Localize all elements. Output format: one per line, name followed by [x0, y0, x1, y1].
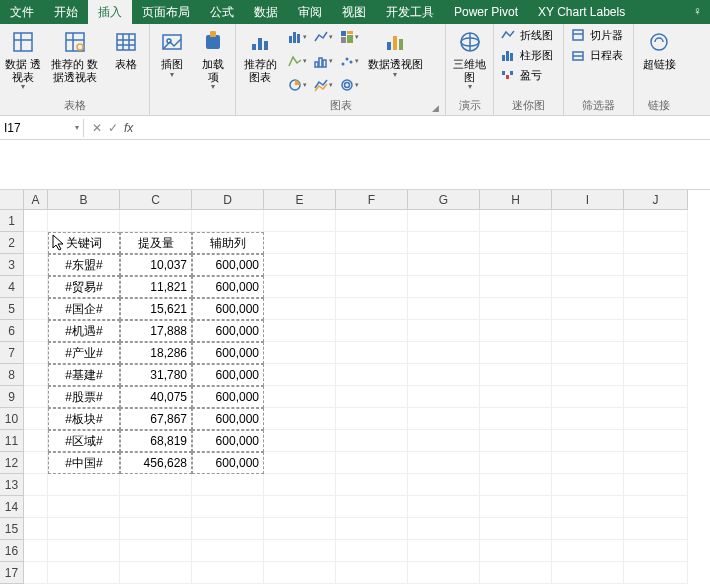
cell-I11[interactable] [552, 430, 624, 452]
col-header-B[interactable]: B [48, 190, 120, 210]
cell-J6[interactable] [624, 320, 688, 342]
cell-F7[interactable] [336, 342, 408, 364]
tab-3[interactable]: 页面布局 [132, 0, 200, 24]
cell-J11[interactable] [624, 430, 688, 452]
cell-E4[interactable] [264, 276, 336, 298]
cell-H2[interactable] [480, 232, 552, 254]
illustrations-button[interactable]: 插图 ▾ [154, 26, 190, 79]
row-header-1[interactable]: 1 [0, 210, 24, 232]
cell-I1[interactable] [552, 210, 624, 232]
cell-A9[interactable] [24, 386, 48, 408]
cell-H10[interactable] [480, 408, 552, 430]
cell-G2[interactable] [408, 232, 480, 254]
cell-H11[interactable] [480, 430, 552, 452]
cell-G4[interactable] [408, 276, 480, 298]
cell-D3[interactable]: 600,000 [192, 254, 264, 276]
bar-chart-button[interactable]: ▾ [286, 50, 308, 72]
cell-G13[interactable] [408, 474, 480, 496]
cell-C10[interactable]: 67,867 [120, 408, 192, 430]
cell-I4[interactable] [552, 276, 624, 298]
tab-2[interactable]: 插入 [88, 0, 132, 24]
cell-E5[interactable] [264, 298, 336, 320]
cell-E15[interactable] [264, 518, 336, 540]
cell-B17[interactable] [48, 562, 120, 584]
cell-J14[interactable] [624, 496, 688, 518]
cell-D8[interactable]: 600,000 [192, 364, 264, 386]
hierarchy-chart-button[interactable]: ▾ [338, 26, 360, 48]
tell-me-icon[interactable]: ♀ [685, 0, 710, 24]
tab-6[interactable]: 审阅 [288, 0, 332, 24]
cell-B13[interactable] [48, 474, 120, 496]
row-header-6[interactable]: 6 [0, 320, 24, 342]
cell-J3[interactable] [624, 254, 688, 276]
table-button[interactable]: 表格 [107, 26, 145, 71]
cell-J13[interactable] [624, 474, 688, 496]
col-header-D[interactable]: D [192, 190, 264, 210]
pivot-chart-button[interactable]: 数据透视图 ▾ [366, 26, 424, 79]
sparkline-line-button[interactable]: 折线图 [498, 26, 555, 44]
cell-B4[interactable]: #贸易# [48, 276, 120, 298]
cell-E8[interactable] [264, 364, 336, 386]
cell-J2[interactable] [624, 232, 688, 254]
cell-H1[interactable] [480, 210, 552, 232]
cell-F10[interactable] [336, 408, 408, 430]
cell-F9[interactable] [336, 386, 408, 408]
tab-4[interactable]: 公式 [200, 0, 244, 24]
surface-chart-button[interactable]: ▾ [312, 74, 334, 96]
row-header-11[interactable]: 11 [0, 430, 24, 452]
cell-H14[interactable] [480, 496, 552, 518]
cell-C15[interactable] [120, 518, 192, 540]
row-header-5[interactable]: 5 [0, 298, 24, 320]
cell-H12[interactable] [480, 452, 552, 474]
cell-D2[interactable]: 辅助列 [192, 232, 264, 254]
row-header-14[interactable]: 14 [0, 496, 24, 518]
cell-I16[interactable] [552, 540, 624, 562]
line-chart-button[interactable]: ▾ [312, 26, 334, 48]
tab-0[interactable]: 文件 [0, 0, 44, 24]
formula-input[interactable] [141, 119, 710, 137]
cell-D15[interactable] [192, 518, 264, 540]
row-header-9[interactable]: 9 [0, 386, 24, 408]
cell-E10[interactable] [264, 408, 336, 430]
cell-G16[interactable] [408, 540, 480, 562]
cell-C6[interactable]: 17,888 [120, 320, 192, 342]
insert-function-button[interactable]: fx [124, 121, 133, 135]
cell-D1[interactable] [192, 210, 264, 232]
cell-G14[interactable] [408, 496, 480, 518]
cell-H6[interactable] [480, 320, 552, 342]
cell-G17[interactable] [408, 562, 480, 584]
cell-A3[interactable] [24, 254, 48, 276]
cell-H16[interactable] [480, 540, 552, 562]
cancel-formula-button[interactable]: ✕ [92, 121, 102, 135]
cell-C12[interactable]: 456,628 [120, 452, 192, 474]
cell-F1[interactable] [336, 210, 408, 232]
cell-G8[interactable] [408, 364, 480, 386]
row-header-4[interactable]: 4 [0, 276, 24, 298]
col-header-F[interactable]: F [336, 190, 408, 210]
cell-F14[interactable] [336, 496, 408, 518]
cell-F2[interactable] [336, 232, 408, 254]
pivot-table-button[interactable]: 数据 透视表 ▾ [4, 26, 42, 91]
col-header-I[interactable]: I [552, 190, 624, 210]
sparkline-column-button[interactable]: 柱形图 [498, 46, 555, 64]
cell-G12[interactable] [408, 452, 480, 474]
cell-B16[interactable] [48, 540, 120, 562]
cell-F13[interactable] [336, 474, 408, 496]
cell-F8[interactable] [336, 364, 408, 386]
cell-B2[interactable]: 关键词 [48, 232, 120, 254]
cell-B1[interactable] [48, 210, 120, 232]
column-chart-button[interactable]: ▾ [286, 26, 308, 48]
stat-chart-button[interactable]: ▾ [312, 50, 334, 72]
cell-F5[interactable] [336, 298, 408, 320]
sparkline-winloss-button[interactable]: 盈亏 [498, 66, 555, 84]
row-header-15[interactable]: 15 [0, 518, 24, 540]
cell-C14[interactable] [120, 496, 192, 518]
cell-E9[interactable] [264, 386, 336, 408]
cell-C7[interactable]: 18,286 [120, 342, 192, 364]
cell-B15[interactable] [48, 518, 120, 540]
cell-G10[interactable] [408, 408, 480, 430]
cell-G6[interactable] [408, 320, 480, 342]
cell-H3[interactable] [480, 254, 552, 276]
cell-F15[interactable] [336, 518, 408, 540]
cell-G11[interactable] [408, 430, 480, 452]
